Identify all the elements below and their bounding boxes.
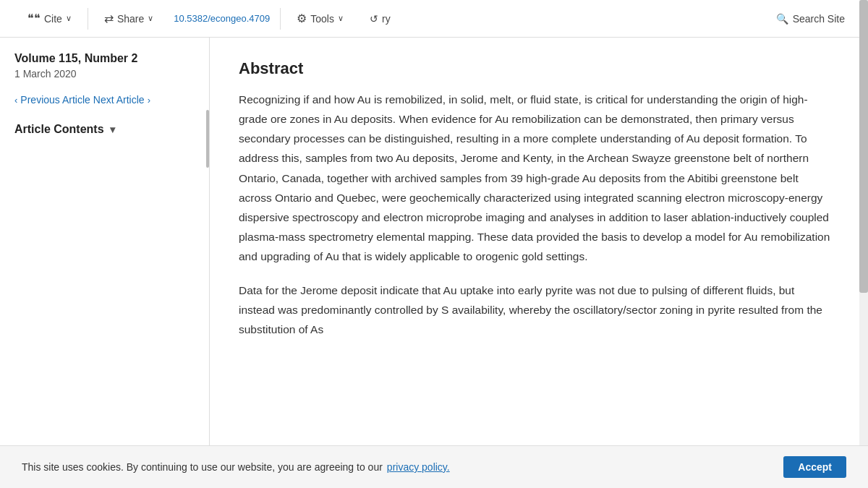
main-layout: Volume 115, Number 2 1 March 2020 ‹ Prev… [0, 38, 868, 488]
tools-chevron-icon: ∨ [338, 14, 344, 23]
privacy-policy-link[interactable]: privacy policy. [387, 461, 450, 473]
prev-chevron-icon: ‹ [14, 95, 17, 106]
share-button[interactable]: ⇄ Share ∨ [91, 0, 166, 37]
share-chevron-icon: ∨ [148, 14, 153, 23]
sidebar: Volume 115, Number 2 1 March 2020 ‹ Prev… [0, 38, 210, 488]
search-icon: 🔍 [776, 13, 788, 25]
next-article-link[interactable]: Next Article [93, 94, 145, 106]
scrollbar-thumb[interactable] [859, 0, 868, 293]
search-button[interactable]: 🔍 Search Site [767, 13, 854, 25]
page-scrollbar[interactable] [859, 0, 868, 488]
doi-link[interactable]: 10.5382/econgeo.4709 [166, 13, 277, 24]
cite-icon: ❝❝ [27, 12, 41, 25]
search-label: Search Site [793, 13, 845, 25]
cite-button[interactable]: ❝❝ Cite ∨ [14, 0, 85, 37]
volume-info: Volume 115, Number 2 1 March 2020 [14, 52, 195, 80]
divider-2 [280, 8, 281, 30]
cookie-banner: This site uses cookies. By continuing to… [0, 445, 868, 488]
history-button[interactable]: ↺ ry [357, 0, 404, 37]
cite-chevron-icon: ∨ [66, 14, 72, 23]
contents-toggle-button[interactable]: ▾ [110, 124, 115, 135]
cookie-text: This site uses cookies. By continuing to… [22, 461, 383, 473]
abstract-title: Abstract [239, 59, 832, 78]
abstract-paragraph-1: Recognizing if and how Au is remobilized… [239, 90, 832, 266]
article-contents: Article Contents ▾ [14, 123, 195, 136]
share-icon: ⇄ [104, 12, 114, 25]
volume-date: 1 March 2020 [14, 68, 195, 80]
share-label: Share [117, 13, 144, 25]
cite-label: Cite [44, 13, 62, 25]
tools-button[interactable]: ⚙ Tools ∨ [284, 0, 357, 37]
article-navigation: ‹ Previous Article Next Article › [14, 94, 195, 106]
toolbar: ❝❝ Cite ∨ ⇄ Share ∨ 10.5382/econgeo.4709… [0, 0, 868, 38]
content-area[interactable]: Abstract Recognizing if and how Au is re… [210, 38, 868, 488]
article-contents-label: Article Contents [14, 123, 104, 136]
abstract-paragraph-2: Data for the Jerome deposit indicate tha… [239, 281, 832, 339]
next-chevron-icon: › [148, 95, 150, 106]
tools-icon: ⚙ [297, 12, 307, 25]
history-icon: ↺ [370, 13, 378, 25]
volume-title: Volume 115, Number 2 [14, 52, 195, 65]
sidebar-scrollbar [206, 110, 209, 168]
accept-button[interactable]: Accept [783, 456, 846, 478]
prev-article-link[interactable]: Previous Article [20, 94, 90, 106]
history-label: ry [382, 13, 391, 25]
tools-label: Tools [310, 13, 334, 25]
divider-1 [88, 8, 88, 30]
